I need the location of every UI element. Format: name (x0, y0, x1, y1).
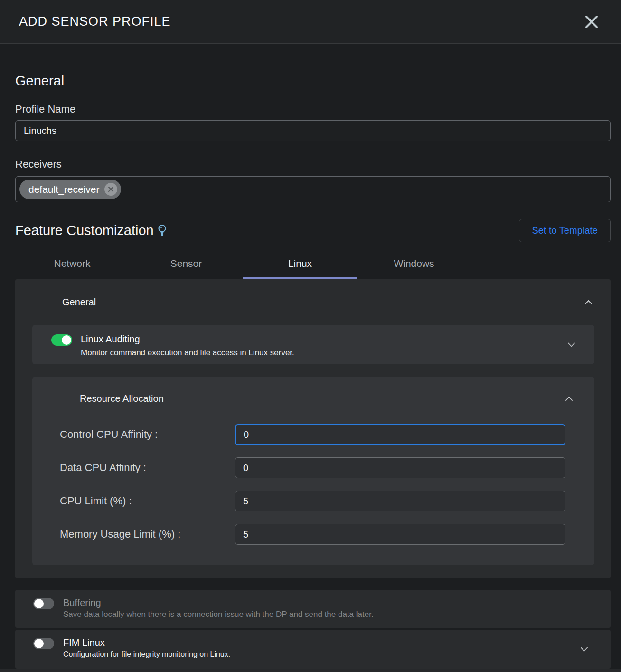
general-section-header[interactable]: General (15, 296, 594, 308)
data-cpu-affinity-label: Data CPU Affinity : (60, 462, 235, 474)
fim-linux-description: Configuration for file integrity monitor… (63, 650, 577, 659)
linux-auditing-card: Linux Auditing Monitor command execution… (32, 325, 594, 364)
modal-title: ADD SENSOR PROFILE (19, 14, 171, 29)
receivers-input[interactable]: default_receiver (15, 176, 611, 202)
memory-usage-limit-label: Memory Usage Limit (%) : (60, 528, 235, 540)
resource-allocation-panel: Resource Allocation Control CPU Affinity… (32, 377, 594, 565)
profile-name-label: Profile Name (15, 103, 611, 115)
modal-bottom-edge (0, 669, 621, 672)
tab-windows[interactable]: Windows (357, 250, 471, 279)
fim-linux-row: FIM Linux Configuration for file integri… (15, 630, 611, 669)
data-cpu-affinity-input[interactable] (235, 457, 565, 478)
fim-linux-toggle[interactable] (33, 638, 54, 649)
linux-auditing-description: Monitor command execution and file acces… (81, 348, 566, 357)
remove-circle-icon (108, 186, 114, 192)
control-cpu-affinity-row: Control CPU Affinity : (32, 424, 594, 445)
receiver-chip-label: default_receiver (28, 184, 99, 195)
set-to-template-button[interactable]: Set to Template (519, 219, 611, 242)
linux-auditing-toggle[interactable] (51, 334, 72, 346)
resource-allocation-title: Resource Allocation (80, 393, 164, 404)
fim-linux-title: FIM Linux (63, 637, 577, 648)
profile-name-input[interactable] (15, 120, 611, 141)
control-cpu-affinity-input[interactable] (235, 424, 565, 445)
general-heading: General (15, 73, 611, 89)
buffering-description: Save data locally when there is a connec… (63, 610, 577, 619)
general-collapse-button[interactable] (583, 298, 594, 307)
tab-network[interactable]: Network (15, 250, 129, 279)
tab-sensor[interactable]: Sensor (129, 250, 243, 279)
memory-usage-limit-row: Memory Usage Limit (%) : (32, 524, 594, 545)
chevron-up-icon (584, 300, 593, 305)
add-sensor-profile-modal: ADD SENSOR PROFILE General Profile Name … (0, 0, 621, 672)
chevron-down-icon (580, 647, 588, 652)
general-section-title: General (62, 296, 96, 308)
linux-auditing-title: Linux Auditing (81, 334, 566, 344)
receiver-chip: default_receiver (19, 180, 121, 199)
chip-remove-button[interactable] (104, 183, 117, 196)
fim-linux-expand-button[interactable] (578, 645, 590, 654)
data-cpu-affinity-row: Data CPU Affinity : (32, 457, 594, 478)
toggle-knob (34, 639, 44, 648)
cpu-limit-row: CPU Limit (%) : (32, 491, 594, 511)
resource-allocation-header[interactable]: Resource Allocation (32, 393, 594, 404)
linux-tab-panel: General Linux Auditing Monitor command e… (15, 279, 611, 578)
resource-allocation-fields: Control CPU Affinity : Data CPU Affinity… (32, 424, 594, 545)
chevron-down-icon (567, 342, 575, 347)
buffering-title: Buffering (63, 597, 577, 608)
lightbulb-icon[interactable] (158, 224, 166, 237)
feature-customization-row: Feature Customization Set to Template (15, 219, 611, 242)
buffering-toggle[interactable] (33, 598, 54, 609)
tab-linux[interactable]: Linux (243, 250, 357, 279)
toggle-knob (34, 599, 44, 608)
control-cpu-affinity-label: Control CPU Affinity : (60, 428, 235, 441)
modal-header: ADD SENSOR PROFILE (0, 0, 621, 44)
receivers-label: Receivers (15, 158, 611, 170)
close-icon (583, 13, 601, 31)
chevron-up-icon (565, 396, 573, 401)
modal-content: General Profile Name Receivers default_r… (0, 73, 621, 669)
cpu-limit-label: CPU Limit (%) : (60, 495, 235, 507)
cpu-limit-input[interactable] (235, 491, 565, 511)
buffering-row: Buffering Save data locally when there i… (15, 590, 611, 628)
memory-usage-limit-input[interactable] (235, 524, 565, 545)
linux-auditing-expand-button[interactable] (565, 340, 577, 349)
feature-customization-heading: Feature Customization (15, 223, 154, 238)
feature-tabs: Network Sensor Linux Windows (15, 250, 471, 279)
toggle-knob (62, 335, 71, 345)
resource-allocation-collapse-button[interactable] (563, 394, 575, 403)
close-button[interactable] (581, 11, 602, 32)
